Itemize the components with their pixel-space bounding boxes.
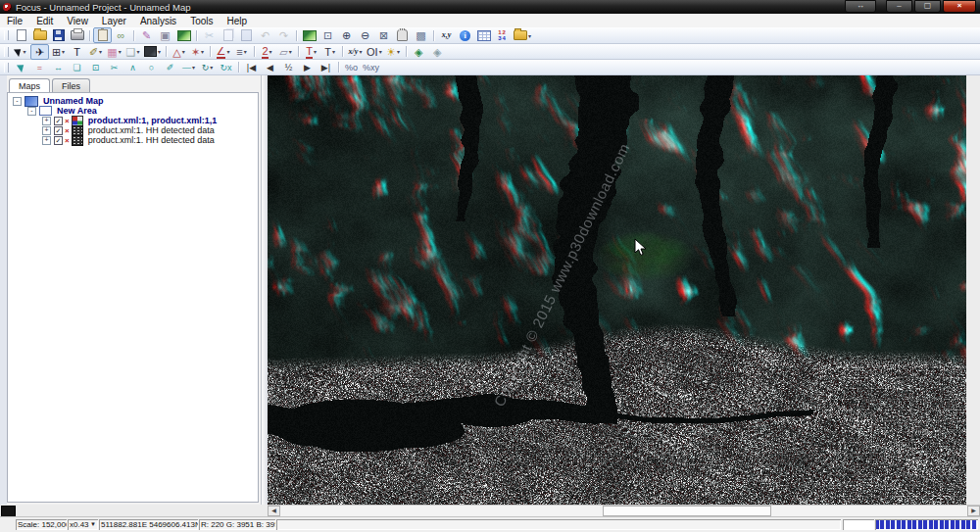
toolbar-grip[interactable] xyxy=(4,30,9,40)
layer-paint[interactable]: ▾ xyxy=(142,44,163,60)
layer-visibility-checkbox[interactable]: ✓ xyxy=(54,136,63,145)
layer-label[interactable]: product.xml:1, product.xml:1,1 xyxy=(88,116,218,125)
layer-label[interactable]: product.xml:1. HH detected data xyxy=(88,135,215,145)
snap-mode[interactable]: = xyxy=(30,60,49,75)
polyline-tool[interactable]: ∧ xyxy=(123,60,142,75)
layer-manager[interactable] xyxy=(174,27,193,43)
line-width[interactable]: ≡▾ xyxy=(232,44,251,60)
percent-circle[interactable]: %o xyxy=(342,60,361,75)
minimize-button[interactable]: – xyxy=(886,0,912,13)
pan[interactable] xyxy=(393,27,412,43)
go-previous[interactable]: ◀ xyxy=(261,60,279,75)
map-canvas[interactable] xyxy=(268,75,966,505)
save[interactable] xyxy=(49,27,68,43)
tab-maps[interactable]: Maps xyxy=(9,78,50,93)
zoom-ratio[interactable]: ½ xyxy=(279,60,298,75)
file-selector[interactable]: ▾ xyxy=(512,27,533,43)
menu-view[interactable]: View xyxy=(60,15,95,27)
clip-shape[interactable]: ✂ xyxy=(105,60,123,75)
select-tool-dropdown[interactable]: ▾ xyxy=(23,48,25,55)
pattern-style[interactable]: ▦▾ xyxy=(105,44,123,60)
layer-remove-button[interactable]: × xyxy=(65,126,70,135)
cut[interactable]: ✂ xyxy=(200,27,219,43)
select-tool[interactable]: ▾ xyxy=(12,44,30,60)
line-tool[interactable]: —▾ xyxy=(179,60,198,75)
layer-visibility-checkbox[interactable]: ✓ xyxy=(54,126,63,135)
layer-remove-button[interactable]: × xyxy=(65,136,70,145)
horizontal-scrollbar[interactable]: ◀ ▶ xyxy=(268,505,980,516)
window-extra-button[interactable]: ↔ xyxy=(845,0,876,13)
numeric-values[interactable]: 1234 xyxy=(493,27,512,43)
line-style[interactable]: ∠▾ xyxy=(214,44,232,60)
zoom-interactive[interactable]: ⊡ xyxy=(318,27,337,43)
zoom-in[interactable]: ⊕ xyxy=(337,27,356,43)
area-style-dropdown[interactable]: ▾ xyxy=(270,48,272,55)
pencil-tool[interactable]: ✐ xyxy=(161,60,179,75)
go-last[interactable]: ▶| xyxy=(317,60,335,75)
font-style-dropdown[interactable]: ▾ xyxy=(332,48,335,55)
ellipse-tool[interactable]: ○ xyxy=(142,60,161,75)
magnifier-window[interactable]: ▩ xyxy=(412,27,430,43)
text-style-dropdown[interactable]: ▾ xyxy=(314,48,317,55)
symbol-style[interactable]: ✶▾ xyxy=(188,44,207,60)
zoom-overview[interactable] xyxy=(300,27,318,43)
go-next[interactable]: ▶ xyxy=(298,60,317,75)
illumination-dropdown[interactable]: ▾ xyxy=(397,48,400,55)
text-tool[interactable]: T xyxy=(68,44,86,60)
percent-xy[interactable]: %xy xyxy=(361,60,381,75)
horizontal-scroll-thumb[interactable] xyxy=(603,506,771,516)
label-xy[interactable]: x/y▾ xyxy=(346,44,365,60)
scroll-left-button[interactable]: ◀ xyxy=(268,506,280,516)
menu-analysis[interactable]: Analysis xyxy=(133,15,183,27)
layer-remove-button[interactable]: × xyxy=(65,117,70,125)
line-style-dropdown[interactable]: ▾ xyxy=(226,48,229,55)
identify-info[interactable] xyxy=(456,27,474,43)
link-views[interactable]: ∞ xyxy=(112,27,130,43)
new-area-view[interactable]: ▣ xyxy=(156,27,174,43)
layer-label[interactable]: New Area xyxy=(57,106,97,116)
layer-visibility-checkbox[interactable]: ✓ xyxy=(54,117,63,125)
duplicate-shape[interactable]: ❏ xyxy=(68,60,86,75)
print[interactable] xyxy=(68,27,86,43)
redo[interactable]: ↷ xyxy=(274,27,293,43)
edit-select[interactable] xyxy=(12,60,30,75)
area-style[interactable]: 2▾ xyxy=(258,44,276,60)
zoom-factor-dropdown-icon[interactable]: ▼ xyxy=(90,519,96,530)
fill-style-dropdown[interactable]: ▾ xyxy=(289,48,292,55)
zoom-to-selection[interactable]: ⊠ xyxy=(374,27,393,43)
new-project[interactable] xyxy=(12,27,30,43)
menu-help[interactable]: Help xyxy=(220,15,254,27)
color-drop-dropdown[interactable]: ▾ xyxy=(136,48,139,55)
rotate-tool-dropdown[interactable]: ▾ xyxy=(210,64,213,71)
copy[interactable] xyxy=(219,27,237,43)
undo[interactable]: ↶ xyxy=(256,27,274,43)
open-file[interactable] xyxy=(30,27,49,43)
layer-label[interactable]: Unnamed Map xyxy=(43,96,104,106)
layer-paint-dropdown[interactable]: ▾ xyxy=(158,48,161,55)
orientation[interactable]: OI▾ xyxy=(365,44,384,60)
tree-expander[interactable]: + xyxy=(42,136,51,145)
rotate-tool[interactable]: ↻▾ xyxy=(198,60,217,75)
rotate-angle[interactable]: ↻x xyxy=(217,60,235,75)
menu-layer[interactable]: Layer xyxy=(95,15,133,27)
move-vertex[interactable]: ↔ xyxy=(49,60,68,75)
pointer-mode[interactable]: ✈ xyxy=(30,44,49,60)
scroll-right-button[interactable]: ▶ xyxy=(967,506,980,516)
tree-expander[interactable]: + xyxy=(42,126,51,135)
maximize-button[interactable]: ▢ xyxy=(914,0,941,13)
zoom-factor-field[interactable]: x0.43 ▼ xyxy=(68,519,98,530)
tree-expander[interactable]: - xyxy=(27,107,36,116)
paste[interactable] xyxy=(237,27,256,43)
label-xy-dropdown[interactable]: ▾ xyxy=(359,48,362,55)
sketch-pen-dropdown[interactable]: ▾ xyxy=(99,48,102,55)
zoom-shape[interactable]: ⊡ xyxy=(86,60,105,75)
title-bar[interactable]: Focus - Unnamed Project - Unnamed Map ↔ … xyxy=(0,0,980,14)
text-style[interactable]: T▾ xyxy=(302,44,320,60)
sketch-pen[interactable]: ✐▾ xyxy=(86,44,105,60)
menu-tools[interactable]: Tools xyxy=(183,15,220,27)
tree-expander[interactable]: + xyxy=(42,117,51,125)
color-drop[interactable]: ❑▾ xyxy=(123,44,142,60)
line-tool-dropdown[interactable]: ▾ xyxy=(192,64,195,71)
tab-files[interactable]: Files xyxy=(52,78,90,92)
coordinates-xy[interactable]: x,y xyxy=(437,27,456,43)
